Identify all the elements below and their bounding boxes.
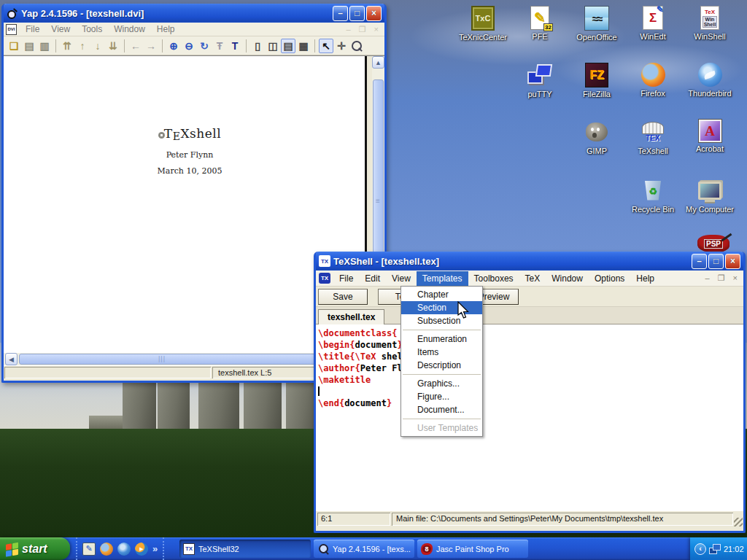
firefox-icon[interactable] [100, 542, 113, 556]
maximize-button[interactable]: □ [349, 6, 365, 21]
save-button[interactable]: Save [318, 289, 368, 305]
desktop-icon-texshell-desk[interactable]: TeXshell [624, 120, 682, 155]
desktop-icon-winshell[interactable]: WinShell [681, 6, 739, 41]
menu-window[interactable]: Window [546, 271, 589, 286]
menu-options[interactable]: Options [589, 271, 630, 286]
text-tool-icon[interactable]: T [228, 39, 242, 53]
yap-titlebar[interactable]: Yap 2.4.1596 - [texshell.dvi] – □ × [4, 4, 384, 23]
print-setup-icon[interactable]: ▥ [37, 39, 52, 53]
desktop-icon-openoffice[interactable]: OpenOffice [568, 6, 626, 42]
last-page-icon[interactable]: ⇊ [106, 39, 120, 53]
scroll-left-button[interactable]: ◀ [5, 353, 18, 365]
texshell-titlebar[interactable]: TeXShell - [texshell.tex] – □ × [316, 252, 743, 271]
desktop-icon-thunderbird[interactable]: Thunderbird [681, 63, 739, 98]
menu-item-enumeration[interactable]: Enumeration [401, 332, 482, 346]
menu-item-chapter[interactable]: Chapter [401, 288, 482, 301]
yap-menu-window[interactable]: Window [108, 24, 151, 34]
yap-menu-tools[interactable]: Tools [76, 24, 108, 34]
maximize-button[interactable]: □ [708, 254, 724, 269]
menu-item-graphics-[interactable]: Graphics... [401, 377, 482, 390]
desktop-icon-gimp[interactable]: GIMP [568, 120, 626, 155]
code-editor[interactable]: \documentclass{\begin{document}\title{\T… [316, 324, 743, 511]
menu-edit[interactable]: Edit [359, 271, 386, 286]
desktop-icon-mycomputer[interactable]: My Computer [681, 178, 739, 214]
desktop-icon-recyclebin[interactable]: Recycle Bin [624, 178, 682, 214]
next-page-icon[interactable]: ↓ [90, 39, 105, 53]
quick-launch-overflow-chevron[interactable]: » [152, 543, 158, 554]
desktop-icon-putty[interactable]: puTTY [511, 63, 569, 98]
acrobat-icon [699, 120, 721, 142]
back-icon[interactable]: ← [128, 39, 143, 53]
desktop-icon-filezilla[interactable]: FileZilla [568, 63, 626, 98]
desktop-icon-label: puTTY [511, 90, 569, 98]
forward-icon[interactable]: → [144, 39, 158, 53]
desktop-icon-winedt[interactable]: WinEdt [624, 6, 682, 41]
pan-hand-icon[interactable]: ✛ [334, 39, 349, 53]
continuous-facing-view-icon[interactable]: ▦ [296, 39, 311, 53]
recyclebin-icon [640, 178, 666, 203]
desktop-icon-firefox[interactable]: Firefox [624, 63, 682, 98]
horizontal-scroll-thumb[interactable] [19, 354, 317, 365]
menu-item-items[interactable]: Items [401, 346, 482, 359]
psp-icon [421, 543, 433, 555]
close-button[interactable]: × [366, 6, 382, 21]
desktop-icon-label: WinEdt [624, 32, 682, 41]
taskbar-button-yap[interactable]: Yap 2.4.1596 - [texs... [314, 540, 414, 558]
ruler-tool-icon[interactable]: Ŧ [212, 39, 227, 53]
mdi-child-controls[interactable]: – ❐ × [705, 273, 740, 283]
menu-file[interactable]: File [333, 271, 359, 286]
menu-view[interactable]: View [386, 271, 417, 286]
zoom-in-icon[interactable]: ⊕ [166, 39, 181, 53]
taskbar-button-texshell[interactable]: TeXShell32 [179, 540, 311, 558]
menu-tex[interactable]: TeX [519, 271, 546, 286]
first-page-icon[interactable]: ⇈ [60, 39, 74, 53]
desktop-icon-label: My Computer [681, 205, 739, 214]
previous-page-icon[interactable]: ↑ [75, 39, 90, 53]
minimize-button[interactable]: – [333, 6, 348, 21]
single-page-view-icon[interactable]: ▯ [250, 39, 265, 53]
mdi-child-controls[interactable]: – ❐ × [346, 25, 382, 34]
clock[interactable]: 21:02 [724, 545, 744, 553]
yap-menu-file[interactable]: File [20, 24, 45, 34]
facing-pages-view-icon[interactable]: ◫ [266, 39, 280, 53]
taskbar-button-psp[interactable]: Jasc Paint Shop Pro [417, 540, 528, 558]
magnifier-glass-icon[interactable] [349, 39, 364, 53]
desktop-icon-texniccenter[interactable]: TeXnicCenter [454, 6, 512, 42]
winedt-icon [643, 6, 663, 30]
menu-templates[interactable]: Templates [417, 271, 468, 286]
yap-menu-view[interactable]: View [45, 24, 76, 34]
menu-item-description[interactable]: Description [401, 359, 482, 372]
tray-collapse-chevron-icon[interactable]: ‹ [694, 543, 706, 555]
yap-menubar: DVI FileViewToolsWindowHelp– ❐ × [4, 23, 384, 36]
print-icon[interactable]: ▤ [22, 39, 36, 53]
yap-icon [317, 543, 329, 555]
zoom-out-icon[interactable]: ⊖ [182, 39, 196, 53]
open-file-icon[interactable]: ❏ [7, 39, 21, 53]
continuous-view-icon[interactable]: ▤ [281, 39, 295, 53]
desktop-icon-label: GIMP [568, 147, 626, 155]
network-status-icon[interactable] [709, 544, 721, 554]
show-desktop-icon[interactable] [82, 542, 96, 556]
desktop-icon-acrobat[interactable]: Acrobat [681, 120, 739, 153]
menu-toolboxes[interactable]: Toolboxes [468, 271, 519, 286]
select-arrow-icon[interactable]: ↖ [319, 39, 333, 53]
media-player-icon[interactable] [135, 542, 148, 556]
menu-item-document-[interactable]: Document... [401, 403, 482, 416]
resize-grip[interactable] [734, 518, 743, 526]
refresh-icon[interactable]: ↻ [197, 39, 212, 53]
texshell-statusbar: 6:1 Main file: C:\Documents and Settings… [316, 511, 743, 527]
tab-texshell-tex[interactable]: texshell.tex [318, 309, 384, 324]
desktop-icon-label: TeXshell [624, 147, 682, 155]
menu-item-user-templates[interactable]: User Templates [401, 421, 482, 435]
desktop-icon-pfe[interactable]: PFE [511, 6, 569, 41]
thunderbird-icon[interactable] [117, 542, 131, 556]
scroll-up-button[interactable]: ▲ [372, 56, 384, 69]
yap-menu-help[interactable]: Help [151, 24, 181, 34]
start-button[interactable]: start [0, 537, 70, 560]
menu-help[interactable]: Help [630, 271, 660, 286]
menu-item-figure-[interactable]: Figure... [401, 390, 482, 403]
minimize-button[interactable]: – [692, 254, 707, 269]
close-button[interactable]: × [725, 254, 740, 269]
paint-shop-pro-icon[interactable]: PSP [697, 235, 729, 252]
dvi-page[interactable]: TEXshell Peter Flynn March 10, 2005 [4, 56, 367, 353]
